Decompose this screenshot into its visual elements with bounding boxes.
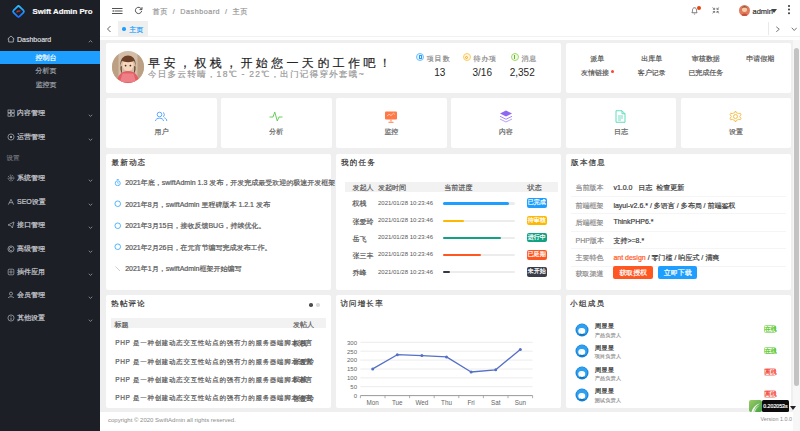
svg-text:100: 100 xyxy=(347,375,358,381)
svg-text:Fri: Fri xyxy=(468,399,475,406)
svg-text:300: 300 xyxy=(347,340,358,346)
svg-text:200: 200 xyxy=(347,357,358,363)
svg-text:Thu: Thu xyxy=(441,399,452,406)
svg-text:Sun: Sun xyxy=(515,399,527,406)
svg-text:50: 50 xyxy=(350,384,357,390)
svg-text:Mon: Mon xyxy=(367,399,380,406)
svg-text:Tue: Tue xyxy=(392,399,403,406)
svg-text:150: 150 xyxy=(347,366,358,372)
svg-text:0: 0 xyxy=(354,393,358,399)
svg-text:Sat: Sat xyxy=(491,399,501,406)
svg-text:Wed: Wed xyxy=(416,399,429,406)
svg-text:250: 250 xyxy=(347,349,358,355)
